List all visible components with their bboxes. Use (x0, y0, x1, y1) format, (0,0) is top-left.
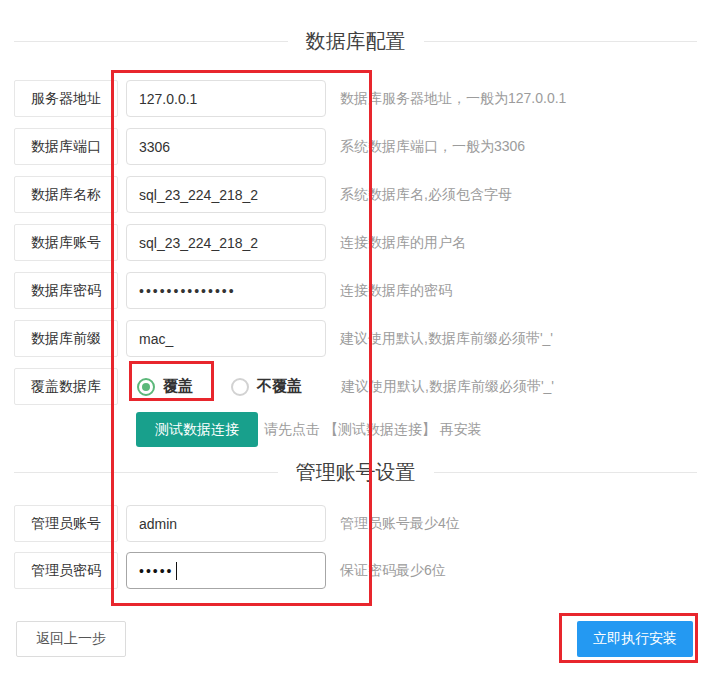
db-prefix-hint: 建议使用默认,数据库前缀必须带'_' (340, 330, 553, 348)
back-button[interactable]: 返回上一步 (16, 621, 126, 657)
admin-account-input[interactable] (126, 505, 326, 542)
db-port-row: 数据库端口 系统数据库端口，一般为3306 (14, 128, 525, 165)
server-address-hint: 数据库服务器地址，一般为127.0.0.1 (340, 90, 566, 108)
db-prefix-row: 数据库前缀 建议使用默认,数据库前缀必须带'_' (14, 320, 553, 357)
admin-password-label: 管理员密码 (14, 552, 118, 589)
overwrite-label: 覆盖数据库 (14, 368, 118, 405)
db-name-row: 数据库名称 系统数据库名,必须包含字母 (14, 176, 512, 213)
admin-account-label: 管理员账号 (14, 505, 118, 542)
db-port-label: 数据库端口 (14, 128, 118, 165)
server-address-label: 服务器地址 (14, 80, 118, 117)
test-connection-hint: 请先点击 【测试数据连接】 再安装 (264, 412, 482, 447)
db-name-input[interactable] (126, 176, 326, 213)
db-account-label: 数据库账号 (14, 224, 118, 261)
overwrite-hint: 建议使用默认,数据库前缀必须带'_' (341, 378, 554, 396)
install-page: 数据库配置 服务器地址 数据库服务器地址，一般为127.0.0.1 数据库端口 … (0, 0, 711, 677)
test-connection-button[interactable]: 测试数据连接 (136, 412, 258, 447)
db-account-row: 数据库账号 连接数据库的用户名 (14, 224, 466, 261)
admin-section-divider: 管理账号设置 (14, 458, 697, 486)
admin-password-row: 管理员密码 ••••• 保证密码最少6位 (14, 552, 446, 589)
radio-overwrite-no-label: 不覆盖 (257, 377, 302, 396)
db-password-row: 数据库密码 连接数据库的密码 (14, 272, 452, 309)
admin-section-title: 管理账号设置 (278, 459, 434, 486)
db-port-input[interactable] (126, 128, 326, 165)
db-password-label: 数据库密码 (14, 272, 118, 309)
db-prefix-input[interactable] (126, 320, 326, 357)
admin-password-value: ••••• (139, 563, 174, 579)
db-password-input[interactable] (126, 272, 326, 309)
db-port-hint: 系统数据库端口，一般为3306 (340, 138, 525, 156)
admin-account-hint: 管理员账号最少4位 (340, 515, 460, 533)
database-section-divider: 数据库配置 (14, 27, 697, 55)
radio-circle-icon (137, 378, 155, 396)
database-section-title: 数据库配置 (288, 28, 424, 55)
server-address-row: 服务器地址 数据库服务器地址，一般为127.0.0.1 (14, 80, 566, 117)
text-caret (176, 562, 178, 580)
admin-account-row: 管理员账号 管理员账号最少4位 (14, 505, 460, 542)
radio-circle-icon (231, 378, 249, 396)
install-button[interactable]: 立即执行安装 (577, 621, 693, 657)
overwrite-radio-group: 覆盖 不覆盖 (126, 368, 326, 405)
db-password-hint: 连接数据库的密码 (340, 282, 452, 300)
radio-overwrite-yes-label: 覆盖 (163, 377, 193, 396)
db-prefix-label: 数据库前缀 (14, 320, 118, 357)
radio-overwrite-yes[interactable]: 覆盖 (137, 377, 193, 396)
server-address-input[interactable] (126, 80, 326, 117)
radio-overwrite-no[interactable]: 不覆盖 (231, 377, 302, 396)
db-account-input[interactable] (126, 224, 326, 261)
admin-password-hint: 保证密码最少6位 (340, 562, 446, 580)
db-name-hint: 系统数据库名,必须包含字母 (340, 186, 512, 204)
overwrite-row: 覆盖数据库 覆盖 不覆盖 建议使用默认,数据库前缀必须带'_' (14, 368, 554, 405)
db-name-label: 数据库名称 (14, 176, 118, 213)
db-account-hint: 连接数据库的用户名 (340, 234, 466, 252)
admin-password-input[interactable]: ••••• (126, 552, 326, 589)
